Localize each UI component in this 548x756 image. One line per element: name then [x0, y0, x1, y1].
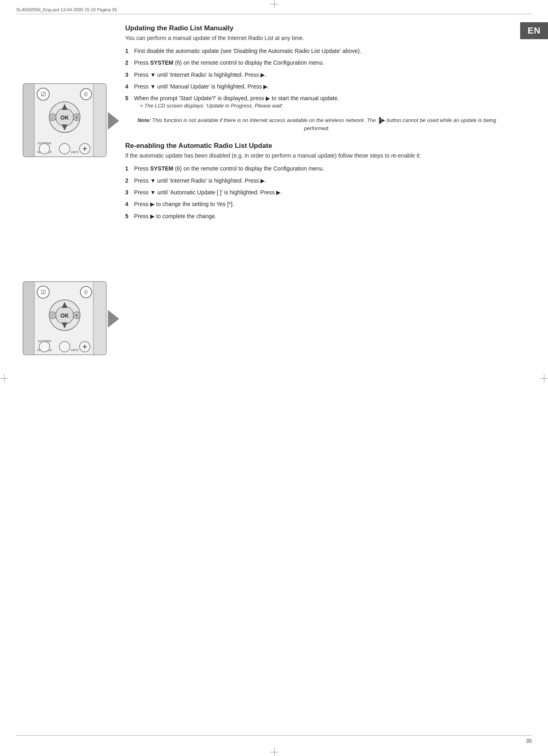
step-item: 2 Press SYSTEM (6) on the remote control…	[125, 59, 524, 67]
section2-steps: 1 Press SYSTEM (6) on the remote control…	[125, 164, 524, 220]
en-badge: EN	[520, 22, 548, 39]
step-number: 1	[125, 47, 134, 55]
svg-rect-26	[23, 282, 34, 355]
remote-image-2: ☑ © OK ✦ SYSTEM SHUFFLE INFO	[22, 281, 107, 357]
section2: Re-enabling the Automatic Radio List Upd…	[125, 142, 524, 220]
step-item: 4 Press ▼ until 'Manual Update' is highl…	[125, 82, 524, 91]
svg-rect-2	[93, 84, 106, 157]
svg-text:OK: OK	[61, 114, 69, 121]
step-text: Press ▶ to complete the change.	[134, 212, 524, 220]
svg-text:INFO: INFO	[71, 150, 78, 154]
step-number: 2	[125, 177, 134, 185]
step-number: 3	[125, 71, 134, 79]
step-text: Press ▼ until 'Manual Update' is highlig…	[134, 82, 524, 91]
svg-text:©: ©	[84, 290, 88, 295]
step-number: 4	[125, 82, 134, 91]
step-item: 1 First disable the automatic update (se…	[125, 47, 524, 55]
svg-rect-27	[93, 282, 106, 355]
step-number: 2	[125, 59, 134, 67]
step-item: 5 Press ▶ to complete the change.	[125, 212, 524, 220]
svg-text:☑: ☑	[41, 289, 46, 295]
step-text: Press SYSTEM (6) on the remote control t…	[134, 164, 524, 173]
step-sub: > The LCD screen displays: 'Update in Pr…	[134, 102, 524, 110]
step-number: 4	[125, 200, 134, 208]
step-item: 5 When the prompt 'Start Update?' is dis…	[125, 94, 524, 110]
page-number: 35	[526, 738, 532, 744]
step-number: 3	[125, 188, 134, 196]
page-header: SLA5500SN_Eng.qxd 13-04-2005 15:19 Pagin…	[16, 7, 532, 14]
step-text: Press ▼ until 'Internet Radio' is highli…	[134, 71, 524, 79]
step-item: 2 Press ▼ until 'Internet Radio' is high…	[125, 177, 524, 185]
section1-steps: 1 First disable the automatic update (se…	[125, 47, 524, 110]
svg-point-39	[49, 312, 56, 319]
svg-point-45	[39, 341, 50, 352]
section1-intro: You can perform a manual update of the I…	[125, 35, 524, 41]
svg-point-21	[59, 143, 70, 154]
svg-text:☑: ☑	[41, 91, 46, 97]
arrow-indicator-2	[108, 310, 119, 328]
svg-text:✦: ✦	[75, 314, 78, 318]
step-text: Press SYSTEM (6) on the remote control t…	[134, 59, 524, 67]
svg-text:©: ©	[84, 92, 88, 97]
step-text: Press ▼ until 'Internet Radio' is highli…	[134, 177, 524, 185]
step-text: Press ▶ to change the setting to Yes [*]…	[134, 200, 524, 208]
page-footer: 35	[16, 735, 532, 744]
step-item: 4 Press ▶ to change the setting to Yes […	[125, 200, 524, 208]
step-number: 5	[125, 212, 134, 220]
crosshair-right	[540, 374, 548, 382]
crosshair-top	[270, 0, 278, 8]
remote-svg-2: ☑ © OK ✦ SYSTEM SHUFFLE INFO	[22, 281, 107, 356]
svg-text:✦: ✦	[75, 116, 78, 120]
crosshair-left	[0, 374, 8, 382]
step-text: When the prompt 'Start Update?' is displ…	[134, 94, 524, 110]
arrow-indicator-1	[108, 112, 119, 130]
remote-image-1: ☑ © OK ✦ SYSTEM SHUFFLE INFO	[22, 83, 107, 159]
svg-point-14	[49, 114, 56, 121]
step-text: Press ▼ until 'Automatic Update [ ]' is …	[134, 188, 524, 196]
svg-text:INFO: INFO	[71, 348, 78, 352]
step-number: 5	[125, 94, 134, 110]
main-content: Updating the Radio List Manually You can…	[125, 24, 524, 227]
crosshair-bottom	[270, 748, 278, 756]
svg-rect-1	[23, 84, 34, 157]
section2-title: Re-enabling the Automatic Radio List Upd…	[125, 142, 524, 150]
step-number: 1	[125, 164, 134, 173]
svg-point-46	[59, 341, 70, 352]
note-block: Note: This function is not available if …	[134, 116, 500, 132]
step-text: First disable the automatic update (see …	[134, 47, 524, 55]
step-item: 1 Press SYSTEM (6) on the remote control…	[125, 164, 524, 173]
section2-intro: If the automatic update has been disable…	[125, 152, 524, 159]
svg-point-20	[39, 143, 50, 154]
step-item: 3 Press ▼ until 'Automatic Update [ ]' i…	[125, 188, 524, 196]
section1: Updating the Radio List Manually You can…	[125, 24, 524, 132]
step-item: 3 Press ▼ until 'Internet Radio' is high…	[125, 71, 524, 79]
remote-svg-1: ☑ © OK ✦ SYSTEM SHUFFLE INFO	[22, 83, 107, 158]
file-info: SLA5500SN_Eng.qxd 13-04-2005 15:19 Pagin…	[16, 7, 117, 12]
svg-text:OK: OK	[61, 312, 69, 319]
section1-title: Updating the Radio List Manually	[125, 24, 524, 32]
